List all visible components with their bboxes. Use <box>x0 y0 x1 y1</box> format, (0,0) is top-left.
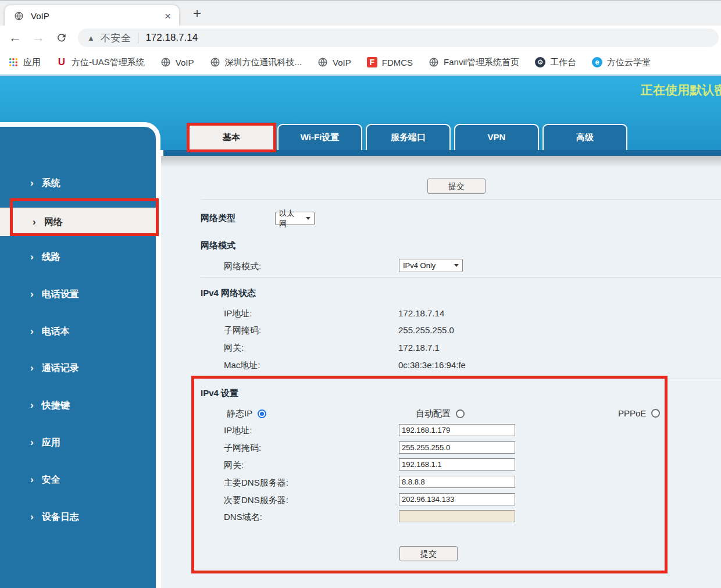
sidebar-item-label: 快捷键 <box>42 400 70 410</box>
network-mode-section-title: 网络模式 <box>201 240 235 251</box>
tab-advanced[interactable]: 高级 <box>542 124 627 150</box>
apps-grid-icon <box>8 57 19 67</box>
bookmark-label: Fanvil管理系统首页 <box>444 57 519 68</box>
bookmark-label: 方位云学堂 <box>607 57 651 68</box>
bookmark-label: 工作台 <box>550 57 576 68</box>
network-mode-select[interactable]: IPv4 Only <box>399 259 463 272</box>
sidebar-item-label: 电话本 <box>42 326 70 336</box>
sidebar: ›系统 ›网络 ›线路 ›电话设置 ›电话本 ›通话记录 ›快捷键 ›应用 ›安… <box>0 122 160 588</box>
sidebar-item-label: 安全 <box>42 475 60 484</box>
bookmark-uas[interactable]: U 方位-UAS管理系统 <box>56 56 145 68</box>
network-mode-value: IPv4 Only <box>403 261 436 270</box>
sidebar-item-phonebook[interactable]: ›电话本 <box>2 322 151 341</box>
bookmark-fdmcs[interactable]: F FDMCS <box>367 57 413 67</box>
not-secure-warning-icon: ▲ <box>87 34 95 42</box>
ipv4-status-section-title: IPv4 网络状态 <box>201 288 256 299</box>
tab-title: VoIP <box>31 11 162 21</box>
divider <box>201 277 721 278</box>
sidebar-item-hotkey[interactable]: ›快捷键 <box>2 395 151 415</box>
network-type-select[interactable]: 以太网 <box>275 212 315 225</box>
security-label: 不安全 <box>101 31 131 45</box>
sidebar-item-phone-settings[interactable]: ›电话设置 <box>2 284 151 304</box>
chevron-down-icon <box>306 217 310 220</box>
divider <box>138 33 138 43</box>
divider <box>201 199 721 200</box>
browser-tab-strip: VoIP × + <box>0 0 721 26</box>
sidebar-item-label: 设备日志 <box>42 512 79 522</box>
chevron-right-icon: › <box>30 322 34 341</box>
globe-icon <box>429 57 439 67</box>
status-ip-value: 172.18.7.14 <box>398 308 444 318</box>
tab-vpn[interactable]: VPN <box>454 124 539 150</box>
status-netmask-value: 255.255.255.0 <box>398 325 454 335</box>
globe-icon <box>210 57 220 67</box>
globe-icon <box>317 57 328 67</box>
chevron-right-icon: › <box>30 433 34 452</box>
main-content: 提交 网络类型 以太网 网络模式 网络模式: IPv4 Only IPv4 网络… <box>161 156 721 588</box>
gear-icon: ⚙ <box>535 57 545 67</box>
status-gateway-value: 172.18.7.1 <box>398 343 440 352</box>
status-gateway-label: 网关: <box>224 343 244 354</box>
annotation-box-network-item <box>10 198 159 236</box>
status-netmask-label: 子网掩码: <box>224 325 261 336</box>
chevron-right-icon: › <box>30 358 34 378</box>
network-type-value: 以太网 <box>279 208 301 229</box>
chevron-right-icon: › <box>30 470 34 490</box>
bookmark-voip-1[interactable]: VoIP <box>160 57 194 67</box>
url-text[interactable]: 172.18.7.14 <box>145 32 198 44</box>
bookmark-label: 深圳方位通讯科技... <box>225 57 302 68</box>
globe-icon <box>160 57 171 67</box>
sidebar-item-security[interactable]: ›安全 <box>2 470 151 490</box>
sidebar-item-line[interactable]: ›线路 <box>2 247 151 267</box>
default-password-notice: 正在使用默认密码 <box>641 82 721 98</box>
status-mac-value: 0c:38:3e:16:94:fe <box>398 360 466 370</box>
chevron-right-icon: › <box>30 395 34 415</box>
tab-close-icon[interactable]: × <box>162 10 173 23</box>
submit-button-top[interactable]: 提交 <box>427 179 486 194</box>
bookmark-workbench[interactable]: ⚙ 工作台 <box>535 57 576 68</box>
chevron-right-icon: › <box>30 173 34 193</box>
bookmark-label: VoIP <box>333 58 351 67</box>
bookmark-fanvil-admin[interactable]: Fanvil管理系统首页 <box>429 57 519 68</box>
chevron-right-icon: › <box>30 507 34 527</box>
f-icon: F <box>367 57 377 67</box>
globe-icon <box>14 11 24 21</box>
annotation-box-ipv4-settings <box>191 376 668 573</box>
chevron-down-icon <box>454 264 459 267</box>
browser-toolbar: ← → ▲ 不安全 172.18.7.14 <box>0 26 721 50</box>
address-bar[interactable]: ▲ 不安全 172.18.7.14 <box>78 28 719 47</box>
sidebar-item-label: 通话记录 <box>42 363 79 373</box>
u-icon: U <box>56 56 67 68</box>
sidebar-item-device-log[interactable]: ›设备日志 <box>2 507 151 527</box>
bookmarks-bar: 应用 U 方位-UAS管理系统 VoIP 深圳方位通讯科技... VoIP F … <box>0 50 721 74</box>
reload-icon[interactable] <box>56 32 67 44</box>
bookmark-label: FDMCS <box>382 58 413 67</box>
screen: VoIP × + ← → ▲ 不安全 172.18.7.14 应用 U 方位-U… <box>0 0 721 588</box>
sidebar-item-system[interactable]: ›系统 <box>2 173 151 193</box>
bookmark-apps[interactable]: 应用 <box>8 57 41 68</box>
bookmark-voip-2[interactable]: VoIP <box>317 57 351 67</box>
sidebar-item-application[interactable]: ›应用 <box>2 433 151 452</box>
sidebar-item-label: 系统 <box>42 178 60 188</box>
bookmark-cloud-school[interactable]: e 方位云学堂 <box>592 57 651 68</box>
bookmark-szfanvil[interactable]: 深圳方位通讯科技... <box>210 57 302 68</box>
browser-tab[interactable]: VoIP × <box>5 5 179 27</box>
network-type-label: 网络类型 <box>201 213 235 224</box>
annotation-box-basic-tab <box>187 123 276 152</box>
back-icon[interactable]: ← <box>7 30 23 45</box>
tab-wifi-settings[interactable]: Wi-Fi设置 <box>277 124 362 150</box>
new-tab-button[interactable]: + <box>188 5 206 22</box>
bookmark-label: 应用 <box>23 57 41 68</box>
status-mac-label: Mac地址: <box>224 360 260 371</box>
tab-service-port[interactable]: 服务端口 <box>366 124 451 150</box>
bookmark-label: VoIP <box>176 58 194 67</box>
sidebar-item-label: 应用 <box>42 437 60 447</box>
e-icon: e <box>592 57 602 67</box>
sidebar-item-label: 线路 <box>42 252 60 262</box>
sidebar-item-label: 电话设置 <box>42 289 79 299</box>
network-mode-label: 网络模式: <box>224 261 261 272</box>
forward-icon[interactable]: → <box>30 30 47 45</box>
bookmark-label: 方位-UAS管理系统 <box>72 57 145 68</box>
sidebar-item-call-log[interactable]: ›通话记录 <box>2 358 151 378</box>
chevron-right-icon: › <box>30 284 34 304</box>
